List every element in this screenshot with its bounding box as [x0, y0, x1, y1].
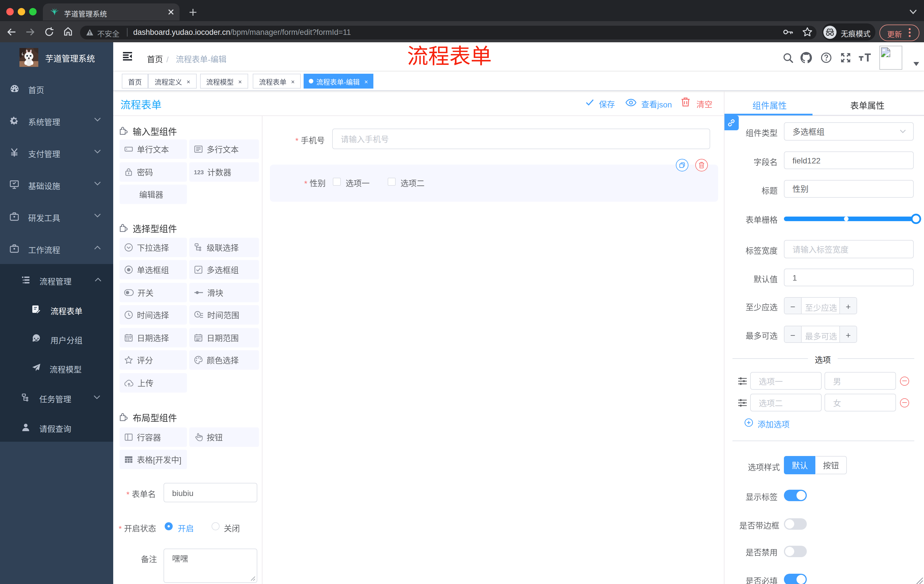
- svg-text:123: 123: [193, 169, 203, 175]
